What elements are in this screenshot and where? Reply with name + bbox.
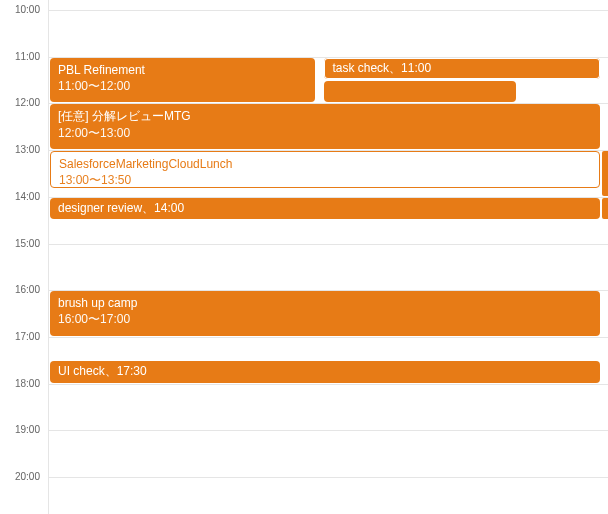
- event-title: [任意] 分解レビューMTG: [58, 108, 592, 124]
- event-title: brush up camp: [58, 295, 592, 311]
- event-title: task check、11:00: [332, 60, 592, 76]
- hour-label: 20:00: [0, 471, 40, 482]
- hour-label: 15:00: [0, 238, 40, 249]
- event-task-check[interactable]: task check、11:00: [324, 58, 600, 79]
- events-layer: PBL Refinement11:00〜12:00task check、11:0…: [48, 0, 608, 514]
- event-sfmc-lunch[interactable]: SalesforceMarketingCloudLunch13:00〜13:50: [50, 151, 600, 188]
- hour-label: 18:00: [0, 378, 40, 389]
- event-time: 13:00〜13:50: [59, 172, 591, 188]
- event-review-mtg[interactable]: [任意] 分解レビューMTG12:00〜13:00: [50, 104, 600, 149]
- event-title: SalesforceMarketingCloudLunch: [59, 156, 591, 172]
- side-event-side-14[interactable]: [602, 198, 608, 219]
- event-orange-block-1130[interactable]: [324, 81, 516, 102]
- event-time: 16:00〜17:00: [58, 311, 592, 327]
- hour-label: 10:00: [0, 4, 40, 15]
- hour-label: 19:00: [0, 424, 40, 435]
- event-brush-up-camp[interactable]: brush up camp16:00〜17:00: [50, 291, 600, 336]
- event-title: UI check、17:30: [58, 363, 592, 379]
- event-time: 11:00〜12:00: [58, 78, 307, 94]
- event-designer-review[interactable]: designer review、14:00: [50, 198, 600, 219]
- hour-label: 12:00: [0, 97, 40, 108]
- hour-label: 13:00: [0, 144, 40, 155]
- side-event-side-13[interactable]: [602, 151, 608, 196]
- hour-label: 11:00: [0, 51, 40, 62]
- event-title: designer review、14:00: [58, 200, 592, 216]
- event-title: PBL Refinement: [58, 62, 307, 78]
- event-ui-check[interactable]: UI check、17:30: [50, 361, 600, 382]
- hour-label: 17:00: [0, 331, 40, 342]
- hour-label: 14:00: [0, 191, 40, 202]
- event-time: 12:00〜13:00: [58, 125, 592, 141]
- event-pbl-refinement[interactable]: PBL Refinement11:00〜12:00: [50, 58, 315, 103]
- hour-label: 16:00: [0, 284, 40, 295]
